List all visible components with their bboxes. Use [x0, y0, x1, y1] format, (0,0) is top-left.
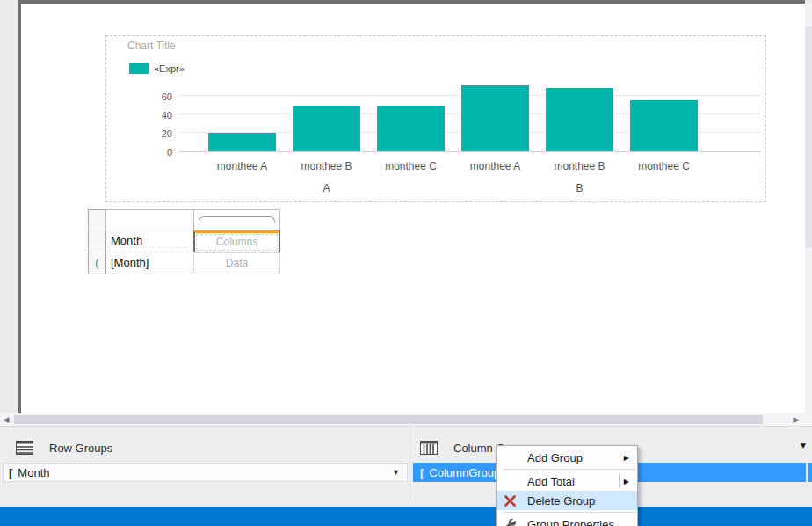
tablix-cell-columns-selected[interactable]: Columns — [193, 230, 280, 253]
y-axis-tick-label: 20 — [139, 128, 172, 139]
menu-separator — [504, 469, 635, 470]
scroll-left-arrow-icon[interactable]: ◀ — [0, 413, 12, 426]
row-groups-icon — [16, 441, 33, 455]
chart-control[interactable]: Chart Title «Expr» 0204060monthee Amonth… — [105, 35, 766, 202]
vertical-scrollbar-thumb[interactable] — [805, 26, 812, 248]
horizontal-scrollbar-thumb[interactable] — [14, 415, 763, 424]
menu-item-label: Group Properties... — [527, 518, 624, 526]
chart-bar[interactable] — [377, 106, 445, 152]
grouping-pane: Row Groups Column Groups ▼ [ Month ▼ [ C… — [0, 426, 812, 505]
x-axis-category-label: monthee B — [284, 160, 369, 172]
row-group-item-month[interactable]: [ Month ▼ — [3, 463, 408, 482]
chart-bar[interactable] — [546, 88, 613, 151]
menu-item-delete-group[interactable]: Delete Group — [497, 491, 637, 510]
group-context-menu: Add Group ▶ Add Total ▶ Delete Group Gro… — [496, 445, 638, 526]
horizontal-scrollbar[interactable]: ◀ ▶ — [0, 413, 812, 426]
tablix-cell-data-placeholder[interactable]: Data — [193, 252, 280, 274]
menu-item-label: Add Total — [527, 475, 575, 488]
submenu-split-divider — [619, 474, 620, 488]
tablix-cell-month-field[interactable]: [Month] — [105, 252, 194, 274]
row-groups-header: Row Groups — [16, 437, 112, 458]
legend-label: «Expr» — [154, 63, 185, 74]
submenu-arrow-icon: ▶ — [624, 478, 629, 486]
tablix-cell-month-header[interactable]: Month — [105, 230, 194, 252]
selection-dash-border — [196, 234, 278, 251]
status-bar — [0, 507, 812, 526]
column-group-item-dropdown-stub[interactable] — [808, 463, 812, 482]
menu-item-group-properties[interactable]: Group Properties... — [497, 515, 637, 526]
menu-item-label: Delete Group — [527, 494, 595, 508]
tablix-corner-handle[interactable] — [88, 209, 106, 230]
chart-plot[interactable]: 0204060monthee Amonthee Bmonthee Cmonthe… — [179, 80, 761, 152]
x-axis-category-label: monthee B — [537, 160, 622, 172]
tablix-column-handle-2[interactable] — [193, 209, 280, 230]
row-group-item-label: Month — [18, 466, 49, 479]
y-axis-tick-label: 40 — [139, 110, 172, 121]
menu-item-label: Add Group — [527, 451, 583, 464]
column-groups-pane-menu-arrow-icon[interactable]: ▼ — [799, 441, 808, 450]
chart-title[interactable]: Chart Title — [127, 40, 176, 52]
x-axis-group-label: B — [554, 182, 606, 194]
scroll-right-arrow-icon[interactable]: ▶ — [790, 413, 802, 426]
submenu-arrow-icon: ▶ — [624, 454, 629, 462]
menu-item-add-total[interactable]: Add Total ▶ — [497, 471, 637, 491]
group-item-dropdown-arrow-icon[interactable]: ▼ — [392, 468, 400, 477]
report-design-surface[interactable]: Chart Title «Expr» 0204060monthee Amonth… — [18, 0, 805, 413]
group-bracket-icon: [ — [9, 466, 12, 479]
row-groups-title: Row Groups — [49, 442, 112, 455]
menu-item-add-group[interactable]: Add Group ▶ — [497, 448, 637, 467]
column-groups-icon — [420, 441, 438, 455]
x-axis-group-label: A — [301, 182, 353, 194]
column-group-span-indicator — [199, 216, 275, 223]
chart-bar[interactable] — [630, 100, 698, 151]
delete-x-icon — [504, 494, 517, 508]
x-axis-category-label: monthee A — [199, 160, 285, 172]
column-group-item-label: ColumnGroup — [429, 466, 500, 479]
row-group-bracket-icon: ( — [95, 256, 98, 269]
tablix-row-handle-2[interactable]: ( — [88, 252, 106, 274]
grouping-pane-divider[interactable] — [410, 427, 410, 506]
wrench-icon — [504, 518, 517, 526]
y-axis-tick-label: 0 — [139, 147, 172, 157]
chart-bar[interactable] — [461, 85, 529, 151]
chart-bar[interactable] — [208, 133, 276, 151]
tablix[interactable]: Month Columns ( [Month] Data — [88, 209, 280, 275]
vertical-scrollbar[interactable] — [805, 4, 812, 413]
x-axis-category-label: monthee C — [621, 160, 707, 172]
menu-separator — [504, 512, 635, 513]
x-axis-category-label: monthee A — [453, 160, 538, 172]
y-axis-tick-label: 60 — [139, 91, 172, 102]
chart-bar[interactable] — [293, 106, 360, 152]
tablix-row-handle-1[interactable] — [88, 230, 106, 252]
group-bracket-icon: [ — [420, 466, 424, 479]
legend-swatch — [129, 63, 149, 74]
x-axis-category-label: monthee C — [368, 160, 453, 172]
chart-legend[interactable]: «Expr» — [129, 63, 185, 74]
tablix-column-handle-1[interactable] — [105, 209, 194, 230]
